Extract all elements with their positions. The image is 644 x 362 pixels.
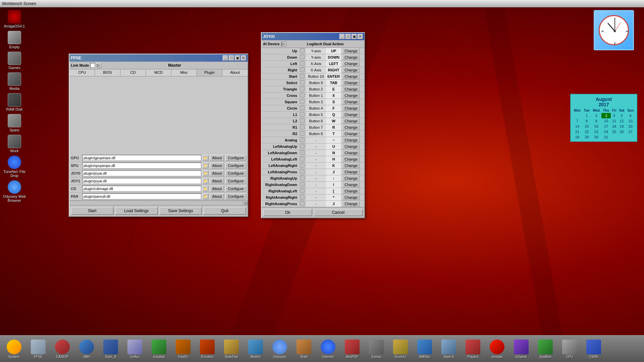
joyai-change-btn-17[interactable]: Change [342,157,360,162]
fpse-restore-btn[interactable]: ▣ [235,55,240,61]
taskbar-item-jmh[interactable]: JMH [75,340,98,359]
joyai-change-btn-13[interactable]: Change [342,131,360,136]
plugin-about-btn-3[interactable]: About [210,178,224,184]
taskbar-item-players[interactable]: Players [462,340,484,359]
fpse-close-btn[interactable]: ✕ [241,55,246,61]
taskbar-item-cpu[interactable]: CPU [558,340,581,359]
joyai-change-btn-0[interactable]: Change [342,48,360,54]
joyai-change-btn-5[interactable]: Change [342,80,360,85]
joyai-change-btn-16[interactable]: Change [342,150,360,156]
fpse-footer-btn-quit[interactable]: Quit [203,207,246,215]
joyai-maximize-btn[interactable]: □ [345,34,351,39]
plugin-path-3[interactable] [82,178,201,184]
plugin-path-2[interactable] [82,170,201,176]
taskbar-item-cw95[interactable]: CW95 [582,340,605,359]
plugin-file-btn-1[interactable]: 📁 [203,163,209,169]
fpse-tab-bios[interactable]: BIOS [95,69,120,76]
taskbar-item-odyssey[interactable]: Odyssey [268,340,291,359]
joyai-ok-btn[interactable]: Ok [263,209,312,216]
joyai-change-btn-9[interactable]: Change [342,106,360,111]
taskbar-item-runinu[interactable]: RunInU [389,340,412,359]
fpse-minimize-btn[interactable]: _ [223,55,228,61]
joyai-change-btn-15[interactable]: Change [342,144,360,149]
fpse-footer-btn-load-settings[interactable]: Load Settings [115,207,158,215]
desktop-icon-empty[interactable]: Empty [3,31,26,49]
joyai-change-btn-22[interactable]: Change [342,188,360,194]
desktop-icon-games[interactable]: Games [3,52,26,70]
desktop-icon-tunenet[interactable]: TuneNet: File Drop [3,156,26,178]
joyai-change-btn-24[interactable]: Change [342,201,360,206]
joyai-change-btn-12[interactable]: Change [342,125,360,130]
fpse-tab-mcd[interactable]: MCD [146,69,171,76]
plugin-file-btn-5[interactable]: 📁 [203,193,209,199]
joyai-change-btn-6[interactable]: Change [342,86,360,92]
joyai-change-btn-8[interactable]: Change [342,99,360,105]
fpse-tab-misc[interactable]: Misc [171,69,197,76]
fpse-maximize-btn[interactable]: □ [229,55,234,61]
plugin-about-btn-1[interactable]: About [210,163,224,169]
taskbar-item-smtube[interactable]: smtube [486,340,508,359]
plugin-file-btn-4[interactable]: 📁 [203,186,209,192]
plugin-about-btn-5[interactable]: About [210,193,224,199]
joyai-change-btn-2[interactable]: Change [342,61,360,66]
taskbar-item-multivi[interactable]: MultiVi [244,340,267,359]
taskbar-item-egame[interactable]: eGame [510,340,533,359]
plugin-configure-btn-5[interactable]: Configure [225,193,246,199]
taskbar-item-amipdf[interactable]: AmiPDF [341,340,364,359]
plugin-about-btn-2[interactable]: About [210,170,224,176]
taskbar-item-system[interactable]: System [3,340,25,359]
joyai-cancel-btn[interactable]: Cancel [314,209,363,216]
plugin-path-5[interactable] [82,193,201,199]
clock-widget[interactable] [594,10,634,50]
desktop-icon-ramdisk[interactable]: RAM Disk [3,93,26,111]
fpse-tab-about[interactable]: About [222,69,248,76]
joyai-change-btn-19[interactable]: Change [342,169,360,175]
taskbar-item-candip[interactable]: CANDIP [51,340,74,359]
joyai-change-btn-1[interactable]: Change [342,55,360,60]
plugin-configure-btn-2[interactable]: Configure [225,170,246,176]
joyai-device-button[interactable]: ▷ [281,41,286,47]
joyai-change-btn-21[interactable]: Change [342,182,360,187]
desktop-icon-spare[interactable]: Spare [3,114,26,132]
taskbar-item-sysmon[interactable]: SysMon [534,340,557,359]
fpse-mode-button[interactable]: ▷ [96,63,102,68]
taskbar-item-shell[interactable]: Shell [292,340,315,359]
desktop-icon-odyssey[interactable]: Odyssey Web Browser [3,180,26,202]
plugin-configure-btn-4[interactable]: Configure [225,186,246,192]
joyai-change-btn-7[interactable]: Change [342,93,360,98]
joyai-restore-btn[interactable]: ▣ [352,34,357,39]
joyai-change-btn-3[interactable]: Change [342,67,360,73]
plugin-file-btn-3[interactable]: 📁 [203,178,209,184]
taskbar-item-extras[interactable]: Extras [365,340,388,359]
taskbar-item-start_a[interactable]: Start_A [99,340,122,359]
plugin-configure-btn-0[interactable]: Configure [225,155,246,161]
plugin-file-btn-2[interactable]: 📁 [203,170,209,176]
desktop-icon-amigaos[interactable]: AmigaOS4.1 [3,10,26,28]
plugin-path-1[interactable] [82,163,201,169]
taskbar-item-notepad[interactable]: NotePad [220,340,243,359]
taskbar-item-internet[interactable]: Internet [317,340,339,359]
taskbar-item-fastvi[interactable]: FastVi [172,340,195,359]
joyai-close-btn[interactable]: ✕ [358,34,363,39]
taskbar-item-emotion[interactable]: Emotion [196,340,219,359]
joyai-change-btn-11[interactable]: Change [342,118,360,124]
desktop-icon-media[interactable]: Media [3,72,26,90]
plugin-configure-btn-1[interactable]: Configure [225,163,246,169]
plugin-path-0[interactable] [82,155,201,161]
joyai-change-btn-14[interactable]: Change [342,137,360,143]
taskbar-item-fpse[interactable]: FPSE [27,340,50,359]
fpse-tab-cpu[interactable]: CPU [69,69,95,76]
plugin-configure-btn-3[interactable]: Configure [225,178,246,184]
fpse-footer-btn-start[interactable]: Start [71,207,114,215]
joyai-change-btn-10[interactable]: Change [342,112,360,117]
joyai-change-btn-18[interactable]: Change [342,163,360,168]
taskbar-item-unarc[interactable]: UnArc [123,340,146,359]
joyai-change-btn-23[interactable]: Change [342,195,360,200]
joyai-change-btn-4[interactable]: Change [342,74,360,79]
plugin-path-4[interactable] [82,186,201,192]
plugin-file-btn-0[interactable]: 📁 [203,155,209,161]
plugin-about-btn-4[interactable]: About [210,186,224,192]
fpse-tab-plugin[interactable]: Plugin [197,69,222,76]
plugin-about-btn-0[interactable]: About [210,155,224,161]
taskbar-item-installat[interactable]: Installat [148,340,170,359]
